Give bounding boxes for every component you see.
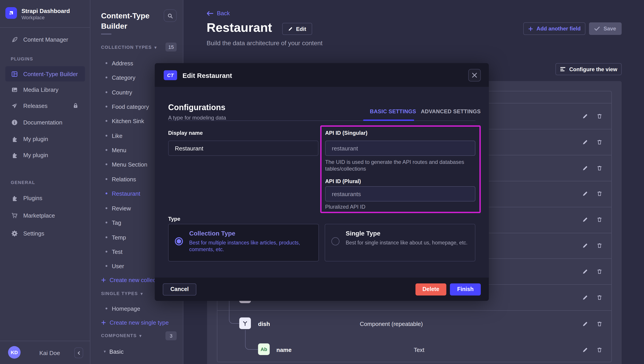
sidebar-item-settings[interactable]: Settings — [5, 227, 85, 240]
edit-row-button[interactable] — [579, 344, 591, 355]
tab-basic-settings[interactable]: BASIC SETTINGS — [370, 108, 416, 115]
collection-type-title: Collection Type — [189, 230, 235, 237]
chevron-left-icon — [77, 351, 81, 355]
edit-button[interactable]: Edit — [282, 23, 312, 35]
delete-row-button[interactable] — [594, 188, 605, 199]
trash-icon — [596, 294, 602, 300]
edit-row-button[interactable] — [579, 188, 591, 199]
sidebar-item-label: My plugin — [23, 151, 48, 158]
puzzle-icon — [11, 194, 18, 202]
edit-row-button[interactable] — [579, 266, 591, 277]
strapi-mark-icon — [8, 10, 14, 16]
sidebar-item-releases[interactable]: Releases — [5, 99, 85, 112]
sidebar-item-plugins[interactable]: Plugins — [5, 192, 85, 204]
close-modal-button[interactable] — [468, 69, 481, 81]
cart-icon — [11, 212, 18, 219]
delete-row-button[interactable] — [594, 214, 605, 225]
edit-pencil-icon — [582, 294, 588, 300]
radio-unselected-icon[interactable] — [332, 237, 340, 245]
divider — [168, 120, 476, 121]
finish-button[interactable]: Finish — [450, 283, 481, 295]
sidebar-item-content-manager[interactable]: Content Manager — [5, 33, 85, 46]
general-section-label: GENERAL — [11, 180, 35, 185]
workspace-label: Workplace — [22, 15, 45, 20]
save-button[interactable]: Save — [589, 22, 622, 35]
edit-restaurant-modal: CT Edit Restaurant Configurations A type… — [155, 63, 489, 301]
collection-count-badge: 15 — [166, 43, 177, 52]
search-button[interactable] — [164, 10, 177, 22]
edit-row-button[interactable] — [579, 291, 591, 303]
api-id-singular-input[interactable] — [325, 141, 476, 156]
add-another-field-button[interactable]: Add another field — [523, 22, 586, 35]
single-types-header[interactable]: SINGLE TYPES▾ — [101, 291, 143, 296]
bullet-icon — [106, 91, 107, 93]
strapi-logo[interactable] — [5, 7, 17, 19]
field-type: Component (repeatable) — [360, 321, 423, 327]
single-type-card[interactable]: Single Type Best for single instance lik… — [325, 224, 476, 261]
edit-row-button[interactable] — [579, 162, 591, 174]
edit-pencil-icon — [582, 242, 588, 248]
user-avatar[interactable]: KD — [8, 346, 20, 359]
modal-title: Edit Restaurant — [182, 72, 232, 79]
collection-type-card[interactable]: Collection Type Best for multiple instan… — [168, 224, 319, 261]
edit-row-button[interactable] — [579, 136, 591, 148]
edit-row-button[interactable] — [579, 214, 591, 225]
configure-view-button[interactable]: Configure the view — [556, 63, 622, 75]
collection-types-header[interactable]: COLLECTION TYPES▾ — [101, 45, 157, 50]
edit-pencil-icon — [582, 113, 588, 119]
trash-icon — [596, 217, 602, 222]
plugins-section-label: PLUGINS — [11, 56, 33, 61]
lock-icon — [72, 103, 79, 109]
tab-advanced-settings[interactable]: ADVANCED SETTINGS — [421, 108, 481, 115]
edit-row-button[interactable] — [579, 240, 591, 251]
delete-row-button[interactable] — [594, 318, 605, 329]
trash-icon — [596, 139, 602, 145]
api-id-singular-label: API ID (Singular) — [325, 130, 368, 136]
edit-row-button[interactable] — [579, 318, 591, 329]
collection-type-description: Best for multiple instances like article… — [189, 240, 312, 253]
sidebar-item-label: Settings — [23, 230, 44, 237]
bullet-icon — [106, 120, 107, 122]
delete-row-button[interactable] — [594, 162, 605, 174]
component-group-basic[interactable]: ▾Basic — [90, 346, 183, 357]
sidebar-item-my-plugin-2[interactable]: My plugin — [5, 149, 85, 161]
chevron-down-icon: ▾ — [139, 333, 142, 338]
single-type-description: Best for single instance like about us, … — [346, 240, 469, 246]
edit-row-button[interactable] — [579, 110, 591, 122]
bullet-icon — [106, 77, 107, 78]
page-subtitle: Build the data architecture of your cont… — [206, 39, 322, 47]
display-name-input[interactable] — [168, 141, 318, 156]
sidebar-item-documentation[interactable]: Documentation — [5, 116, 85, 128]
row-separator — [217, 310, 611, 311]
arrow-left-icon — [206, 11, 213, 16]
check-icon — [594, 27, 600, 31]
bullet-icon — [106, 163, 107, 165]
sidebar-item-content-type-builder[interactable]: Content-Type Builder — [5, 66, 85, 81]
cancel-button[interactable]: Cancel — [163, 283, 196, 295]
sidebar-item-my-plugin-1[interactable]: My plugin — [5, 132, 85, 145]
api-id-plural-input[interactable] — [325, 186, 476, 202]
sidebar-item-marketplace[interactable]: Marketplace — [5, 209, 85, 222]
radio-selected-icon[interactable] — [175, 237, 183, 245]
edit-pencil-icon — [582, 268, 588, 274]
delete-button[interactable]: Delete — [415, 283, 446, 295]
collapse-sidebar-button[interactable] — [74, 347, 83, 358]
single-type-title: Single Type — [346, 230, 380, 237]
user-name: Kai Doe — [39, 350, 60, 356]
single-item-homepage[interactable]: Homepage — [90, 303, 183, 314]
tree-connector-line — [245, 330, 258, 350]
gear-icon — [11, 230, 18, 237]
delete-row-button[interactable] — [594, 291, 605, 303]
back-link[interactable]: Back — [206, 10, 230, 17]
delete-row-button[interactable] — [594, 240, 605, 251]
panel-title: Content-Type Builder — [101, 11, 159, 31]
puzzle-icon — [11, 135, 18, 142]
paper-plane-icon — [11, 102, 18, 109]
delete-row-button[interactable] — [594, 266, 605, 277]
delete-row-button[interactable] — [594, 136, 605, 148]
delete-row-button[interactable] — [594, 110, 605, 122]
sidebar-item-media-library[interactable]: Media Library — [5, 83, 85, 96]
trash-icon — [596, 165, 602, 171]
delete-row-button[interactable] — [594, 344, 605, 355]
components-header[interactable]: COMPONENTS▾ — [101, 333, 142, 338]
